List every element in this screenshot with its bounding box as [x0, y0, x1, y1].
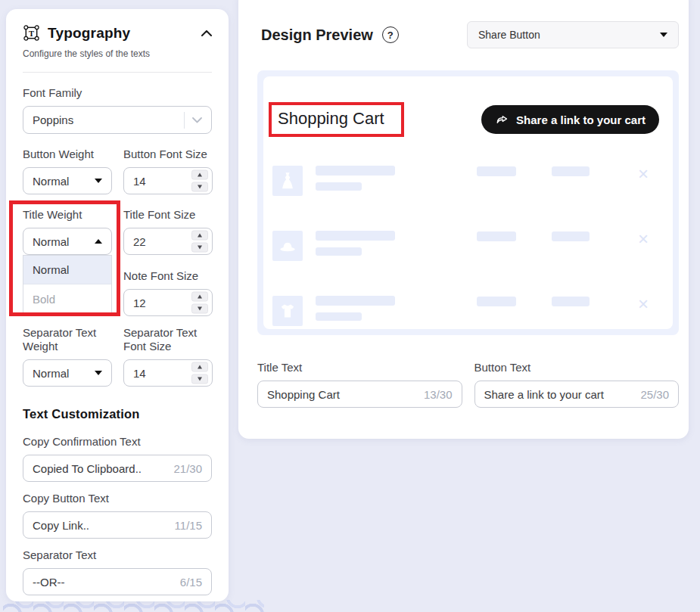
copy-button-text-input[interactable]: Copy Link.. 11/15: [23, 511, 212, 539]
title-weight-label: Title Weight: [23, 208, 112, 222]
share-icon: [495, 113, 509, 127]
font-family-select[interactable]: Poppins: [23, 106, 212, 134]
copy-confirmation-value: Copied To Clipboard..: [33, 462, 142, 475]
decrement-button[interactable]: [191, 374, 208, 384]
char-counter: 21/30: [173, 462, 202, 475]
share-button-label: Share a link to your cart: [516, 113, 646, 126]
decorative-wave-pattern: [3, 600, 264, 612]
button-weight-label: Button Weight: [23, 148, 112, 161]
button-font-size-value: 14: [133, 175, 146, 188]
placeholder-bar: [477, 231, 516, 241]
placeholder-lines: [316, 296, 395, 321]
button-weight-select[interactable]: Normal: [23, 167, 112, 194]
typography-panel: T Typography Configure the styles of the…: [6, 9, 229, 601]
placeholder-bar: [477, 166, 516, 176]
typography-icon: T: [23, 24, 40, 42]
button-font-size-label: Button Font Size: [123, 148, 213, 161]
dress-icon: [272, 166, 303, 196]
placeholder-bar: [552, 231, 590, 241]
note-font-size-value: 12: [133, 297, 146, 309]
design-preview-frame: Shopping Cart Share a link to your cart: [257, 70, 679, 335]
placeholder-bar: [477, 297, 516, 306]
separator-text-label: Separator Text: [23, 548, 212, 562]
placeholder-bar: [552, 166, 590, 176]
button-text-input[interactable]: Share a link to your cart 25/30: [474, 381, 680, 408]
increment-button[interactable]: [191, 170, 208, 180]
char-counter: 6/15: [180, 576, 202, 589]
text-customization-heading: Text Customization: [23, 407, 212, 421]
separator-font-size-value: 14: [133, 367, 146, 380]
separator-weight-value: Normal: [33, 367, 69, 380]
preview-type-select[interactable]: Share Button: [467, 21, 679, 48]
decrement-button[interactable]: [191, 304, 208, 314]
char-counter: 25/30: [640, 388, 669, 401]
increment-button[interactable]: [191, 362, 208, 372]
copy-confirmation-label: Copy Confirmation Text: [23, 435, 212, 449]
close-icon[interactable]: ×: [638, 297, 649, 312]
title-font-size-value: 22: [133, 235, 146, 248]
char-counter: 11/15: [175, 519, 202, 532]
cart-preview: Shopping Cart Share a link to your cart: [263, 76, 673, 329]
title-weight-value: Normal: [33, 235, 69, 248]
select-divider: [184, 112, 185, 129]
caret-down-icon: [660, 33, 667, 37]
separator-font-size-input[interactable]: 14: [123, 359, 213, 387]
copy-button-text-label: Copy Button Text: [23, 492, 212, 505]
cart-item-row: ×: [272, 296, 659, 326]
typography-header[interactable]: T Typography: [23, 24, 212, 42]
increment-button[interactable]: [191, 231, 208, 241]
caret-up-icon: [95, 239, 102, 244]
separator-text-value: --OR--: [33, 576, 64, 589]
note-font-size-input[interactable]: 12: [123, 289, 213, 316]
panel-subtitle: Configure the styles of the texts: [23, 48, 212, 59]
caret-down-icon: [95, 371, 102, 375]
cart-title: Shopping Cart: [278, 109, 384, 128]
design-preview-title: Design Preview: [261, 26, 373, 44]
decrement-button[interactable]: [191, 182, 208, 192]
placeholder-bar: [552, 297, 590, 306]
cart-item-row: ×: [272, 231, 659, 261]
title-weight-select[interactable]: Normal: [23, 228, 112, 255]
title-text-label: Title Text: [257, 361, 462, 374]
collapse-chevron-icon[interactable]: [201, 30, 212, 36]
copy-confirmation-input[interactable]: Copied To Clipboard.. 21/30: [23, 455, 212, 482]
placeholder-lines: [316, 231, 395, 256]
title-font-size-label: Title Font Size: [123, 208, 213, 222]
close-icon[interactable]: ×: [638, 231, 649, 247]
preview-type-value: Share Button: [478, 29, 540, 41]
separator-font-size-label: Separator Text Font Size: [123, 326, 213, 353]
font-family-value: Poppins: [33, 113, 73, 126]
placeholder-lines: [316, 166, 395, 191]
title-text-value: Shopping Cart: [267, 388, 340, 401]
font-family-label: Font Family: [23, 86, 212, 100]
close-icon[interactable]: ×: [638, 166, 649, 182]
annotation-box-cart-title: Shopping Cart: [269, 102, 404, 137]
button-font-size-input[interactable]: 14: [123, 167, 213, 194]
panel-title: Typography: [48, 25, 130, 42]
title-font-size-input[interactable]: 22: [123, 228, 213, 255]
copy-button-text-value: Copy Link..: [33, 519, 89, 532]
tshirt-icon: [272, 296, 303, 326]
char-counter: 13/30: [424, 388, 453, 401]
help-icon[interactable]: ?: [382, 26, 399, 43]
decrement-button[interactable]: [191, 243, 208, 253]
separator-text-input[interactable]: --OR-- 6/15: [23, 568, 212, 595]
title-weight-dropdown: Normal Bold: [23, 255, 112, 314]
button-text-value: Share a link to your cart: [484, 388, 604, 401]
title-text-input[interactable]: Shopping Cart 13/30: [257, 381, 462, 408]
button-text-label: Button Text: [474, 361, 680, 374]
separator-weight-label: Separator Text Weight: [23, 326, 112, 353]
hat-icon: [272, 231, 303, 261]
separator-weight-select[interactable]: Normal: [23, 359, 112, 387]
title-weight-option-bold[interactable]: Bold: [23, 284, 111, 313]
title-weight-option-normal[interactable]: Normal: [23, 256, 111, 284]
increment-button[interactable]: [191, 292, 208, 302]
svg-text:T: T: [29, 30, 34, 38]
design-preview-panel: Design Preview ? Share Button Shopping C…: [238, 0, 689, 439]
note-font-size-label: Note Font Size: [123, 269, 213, 283]
share-cart-button[interactable]: Share a link to your cart: [481, 105, 659, 134]
button-weight-value: Normal: [33, 175, 69, 188]
cart-item-row: ×: [272, 166, 659, 196]
chevron-down-icon: [192, 117, 202, 123]
caret-down-icon: [95, 179, 102, 183]
